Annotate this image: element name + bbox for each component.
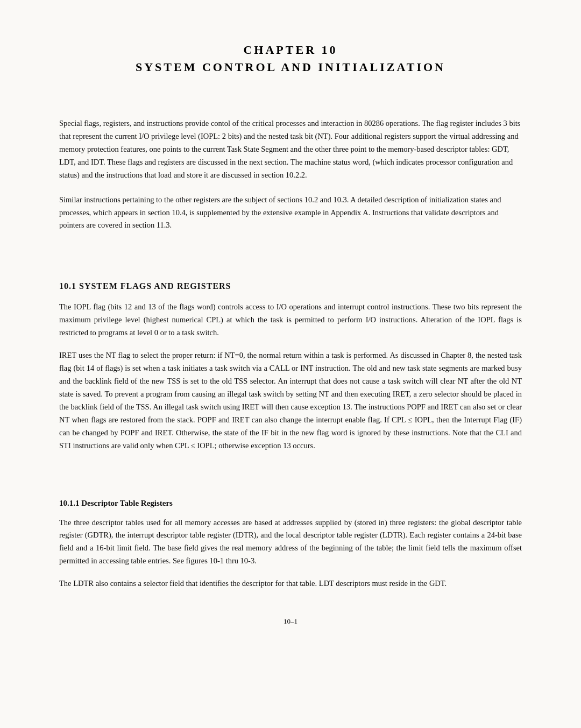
section-10-1-paragraph-2: IRET uses the NT flag to select the prop… [59,349,522,452]
section-10-1-1-heading: 10.1.1 Descriptor Table Registers [59,499,522,508]
chapter-title-line1: CHAPTER 10 [59,43,522,57]
intro-paragraph-1: Special flags, registers, and instructio… [59,117,522,182]
intro-paragraph-2: Similar instructions pertaining to the o… [59,194,522,232]
section-10-1-heading: 10.1 SYSTEM FLAGS AND REGISTERS [59,281,522,291]
chapter-header: CHAPTER 10 SYSTEM CONTROL AND INITIALIZA… [59,43,522,74]
page: CHAPTER 10 SYSTEM CONTROL AND INITIALIZA… [0,0,581,728]
chapter-title-line2: SYSTEM CONTROL AND INITIALIZATION [59,60,522,74]
page-number: 10–1 [284,617,297,625]
section-10-1-paragraph-1: The IOPL flag (bits 12 and 13 of the fla… [59,301,522,340]
section-10-1-1-paragraph-1: The three descriptor tables used for all… [59,517,522,568]
page-footer: 10–1 [59,617,522,626]
section-10-1-1-paragraph-2: The LDTR also contains a selector field … [59,577,522,590]
